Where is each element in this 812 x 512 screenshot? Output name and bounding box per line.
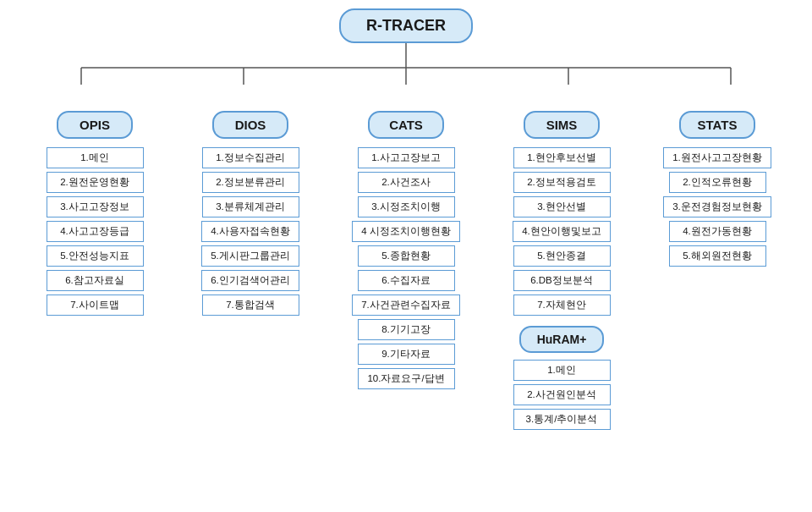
list-item: 9.기타자료 — [358, 344, 455, 365]
list-item: 10.자료요구/답변 — [358, 368, 455, 389]
list-item: 6.수집자료 — [358, 270, 455, 291]
list-item: 1.정보수집관리 — [202, 147, 299, 168]
item-list-sims: 1.현안후보선별 2.정보적용검토 3.현안선별 4.현안이행및보고 5.현안종… — [513, 146, 611, 317]
list-item: 1.메인 — [513, 360, 611, 381]
list-item: 1.메인 — [47, 147, 144, 168]
col-opis: OPIS 1.메인 2.원전운영현황 3.사고고장정보 4.사고고장등급 5.안… — [17, 111, 173, 432]
list-item: 3.사고고장정보 — [47, 196, 144, 217]
item-list-opis: 1.메인 2.원전운영현황 3.사고고장정보 4.사고고장등급 5.안전성능지표… — [47, 146, 144, 317]
cat-node-sims: SIMS — [524, 111, 600, 139]
root-node: R-TRACER — [339, 8, 473, 43]
list-item: 5.게시판그룹관리 — [201, 245, 299, 267]
list-item: 4.원전가동현황 — [669, 221, 766, 242]
item-list-dios: 1.정보수집관리 2.정보분류관리 3.분류체계관리 4.사용자접속현황 5.게… — [201, 146, 299, 317]
list-item: 5.안전성능지표 — [47, 245, 144, 267]
list-item: 3.운전경험정보현황 — [663, 196, 771, 217]
list-item: 6.DB정보분석 — [513, 270, 611, 291]
list-item: 1.사고고장보고 — [358, 147, 455, 168]
list-item: 8.기기고장 — [358, 319, 455, 340]
col-cats: CATS 1.사고고장보고 2.사건조사 3.시정조치이행 4 시정조치이행현황… — [328, 111, 484, 432]
list-item: 5.해외원전현황 — [669, 245, 766, 267]
list-item: 3.현안선별 — [513, 196, 611, 217]
list-item: 4.현안이행및보고 — [513, 221, 611, 242]
list-item: 6.참고자료실 — [47, 270, 144, 291]
chart-container: R-TRACER OPIS 1.메인 2.원전운영현황 3.사고고장정보 4.사… — [0, 0, 812, 512]
col-stats: STATS 1.원전사고고장현황 2.인적오류현황 3.운전경험정보현황 4.원… — [639, 111, 795, 432]
item-list-stats: 1.원전사고고장현황 2.인적오류현황 3.운전경험정보현황 4.원전가동현황 … — [663, 146, 771, 268]
list-item: 7.사이트맵 — [47, 295, 144, 316]
list-item: 7.통합검색 — [202, 295, 299, 316]
list-item: 2.인적오류현황 — [669, 172, 766, 193]
list-item: 3.통계/추이분석 — [513, 409, 611, 430]
col-dios: DIOS 1.정보수집관리 2.정보분류관리 3.분류체계관리 4.사용자접속현… — [173, 111, 328, 432]
list-item: 1.현안후보선별 — [513, 147, 611, 168]
list-item: 7.자체현안 — [513, 295, 611, 316]
list-item: 2.정보적용검토 — [513, 172, 611, 193]
list-item: 5.현안종결 — [513, 245, 611, 267]
level1-row: OPIS 1.메인 2.원전운영현황 3.사고고장정보 4.사고고장등급 5.안… — [17, 111, 795, 432]
list-item: 4.사용자접속현황 — [201, 221, 299, 242]
list-item: 5.종합현황 — [358, 245, 455, 267]
list-item: 3.시정조치이행 — [358, 196, 455, 217]
list-item: 1.원전사고고장현황 — [663, 147, 771, 168]
list-item: 2.원전운영현황 — [47, 172, 144, 193]
cat-node-dios: DIOS — [212, 111, 288, 139]
list-item: 2.사건조사 — [358, 172, 455, 193]
list-item: 7.사건관련수집자료 — [352, 295, 460, 316]
list-item: 4 시정조치이행현황 — [352, 221, 460, 242]
list-item: 3.분류체계관리 — [202, 196, 299, 217]
col-sims: SIMS 1.현안후보선별 2.정보적용검토 3.현안선별 4.현안이행및보고 … — [484, 111, 639, 432]
list-item: 2.사건원인분석 — [513, 384, 611, 405]
item-list-huram: 1.메인 2.사건원인분석 3.통계/추이분석 — [513, 358, 611, 432]
item-list-cats: 1.사고고장보고 2.사건조사 3.시정조치이행 4 시정조치이행현황 5.종합… — [352, 146, 460, 391]
cat-node-cats: CATS — [368, 111, 444, 139]
huram-section: HuRAM+ 1.메인 2.사건원인분석 3.통계/추이분석 — [513, 326, 611, 432]
list-item: 6.인기검색어관리 — [201, 270, 299, 291]
cat-node-opis: OPIS — [57, 111, 133, 139]
list-item: 4.사고고장등급 — [47, 221, 144, 242]
list-item: 2.정보분류관리 — [202, 172, 299, 193]
huram-node: HuRAM+ — [519, 326, 604, 353]
cat-node-stats: STATS — [679, 111, 755, 139]
